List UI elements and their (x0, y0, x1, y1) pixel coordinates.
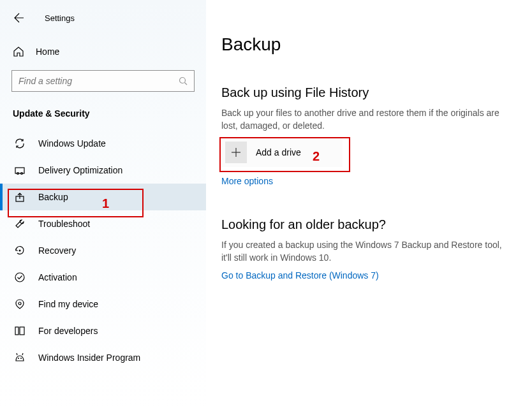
sidebar-item-troubleshoot[interactable]: Troubleshoot (0, 210, 206, 237)
backup-icon (14, 191, 26, 203)
sidebar-item-recovery[interactable]: Recovery (0, 237, 206, 264)
developers-icon (14, 325, 26, 337)
plus-icon (225, 142, 247, 163)
svg-point-7 (15, 273, 24, 282)
svg-point-12 (20, 358, 22, 359)
sidebar-item-label: Windows Insider Program (38, 353, 140, 363)
svg-point-11 (18, 358, 19, 359)
older-backup-section: Looking for an older backup? If you crea… (221, 217, 513, 282)
backup-restore-link[interactable]: Go to Backup and Restore (Windows 7) (221, 270, 379, 280)
sidebar-item-label: Troubleshoot (38, 219, 90, 229)
sidebar-item-label: For developers (38, 326, 98, 336)
sidebar-item-label: Activation (38, 272, 77, 282)
sidebar-item-windows-insider[interactable]: Windows Insider Program (0, 344, 206, 371)
svg-line-1 (185, 83, 188, 85)
recovery-icon (14, 245, 26, 256)
more-options-link[interactable]: More options (221, 176, 273, 186)
svg-point-8 (18, 302, 21, 305)
check-circle-icon (14, 272, 26, 283)
sync-icon (14, 138, 26, 149)
file-history-description: Back up your files to another drive and … (221, 106, 513, 133)
older-backup-description: If you created a backup using the Window… (221, 238, 513, 265)
insider-icon (14, 352, 26, 363)
sidebar-item-label: Backup (38, 192, 68, 202)
sidebar-item-find-my-device[interactable]: Find my device (0, 291, 206, 317)
home-nav-item[interactable]: Home (0, 40, 206, 64)
search-input[interactable] (18, 76, 179, 86)
add-drive-label: Add a drive (256, 147, 301, 157)
sidebar-item-delivery-optimization[interactable]: Delivery Optimization (0, 157, 206, 184)
svg-rect-10 (20, 327, 24, 335)
svg-point-0 (180, 78, 186, 84)
sidebar: Settings Home Update & Security Windows … (0, 0, 206, 408)
older-backup-heading: Looking for an older backup? (221, 217, 513, 232)
location-icon (14, 298, 26, 310)
svg-rect-9 (15, 327, 18, 335)
sidebar-item-label: Recovery (38, 245, 76, 256)
svg-rect-2 (15, 168, 24, 173)
file-history-heading: Back up using File History (221, 85, 513, 100)
home-icon (13, 46, 24, 57)
search-box[interactable] (11, 70, 195, 92)
page-title: Backup (221, 34, 513, 55)
section-heading: Update & Security (0, 105, 206, 130)
sidebar-item-label: Find my device (38, 299, 98, 309)
app-title: Settings (45, 13, 75, 23)
sidebar-item-label: Windows Update (38, 138, 106, 149)
title-bar: Settings (0, 11, 206, 24)
sidebar-item-backup[interactable]: Backup (0, 184, 206, 210)
delivery-icon (14, 164, 26, 176)
sidebar-item-windows-update[interactable]: Windows Update (0, 130, 206, 157)
wrench-icon (14, 218, 26, 229)
add-drive-button[interactable]: Add a drive (221, 138, 343, 167)
sidebar-item-for-developers[interactable]: For developers (0, 317, 206, 344)
search-icon (179, 76, 188, 85)
svg-point-6 (19, 250, 21, 252)
home-label: Home (36, 47, 59, 57)
main-content: Backup Back up using File History Back u… (206, 0, 532, 408)
sidebar-item-label: Delivery Optimization (38, 165, 122, 175)
sidebar-item-activation[interactable]: Activation (0, 264, 206, 291)
back-arrow-icon[interactable] (13, 11, 26, 24)
